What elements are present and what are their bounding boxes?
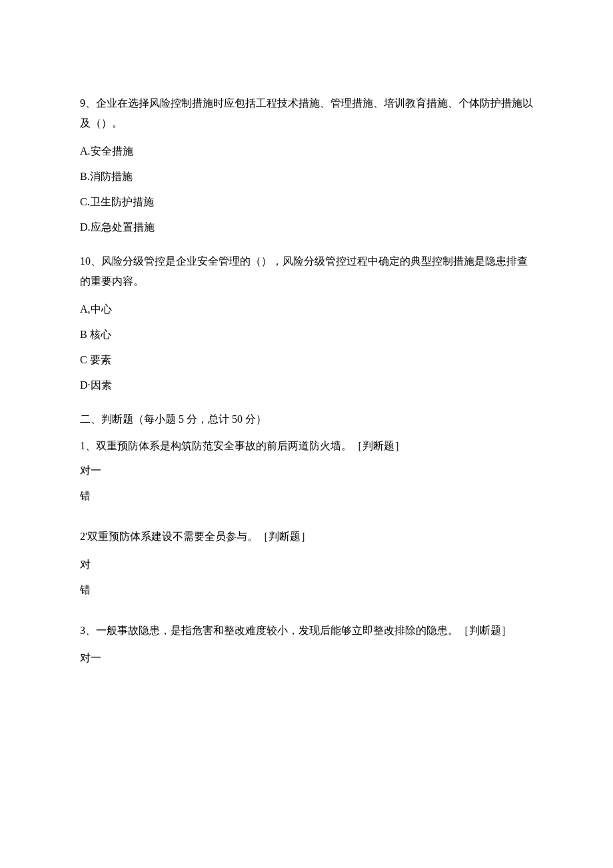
judge-3-text: 3、一般事故隐患，是指危害和整改难度较小，发现后能够立即整改排除的隐患。［判断题… [80,621,533,641]
question-9: 9、企业在选择风险控制措施时应包括工程技术措施、管理措施、培训教育措施、个体防护… [80,93,533,235]
judge-1-true: 对一 [80,463,533,479]
question-10-option-d: D·因素 [80,377,533,393]
judge-2-text: 2'双重预防体系建设不需要全员参与。［判断题］ [80,527,533,547]
judge-2-false: 错 [80,582,533,598]
question-9-option-d: D.应急处置措施 [80,219,533,235]
question-10-option-c: C 要素 [80,352,533,368]
question-9-option-c: C.卫生防护措施 [80,194,533,210]
question-9-option-b: B.消防措施 [80,169,533,185]
judge-2-true: 对 [80,557,533,573]
question-10-text: 10、风险分级管控是企业安全管理的（），风险分级管控过程中确定的典型控制措施是隐… [80,251,533,292]
question-9-option-a: A.安全措施 [80,143,533,159]
section-2-title: 二、判断题（每小题 5 分，总计 50 分） [80,409,533,429]
judge-3-true: 对一 [80,650,533,666]
question-10-option-b: B 核心 [80,327,533,343]
judge-1: 1、双重预防体系是构筑防范安全事故的前后两道防火墙。［判断题］ 对一 错 [80,436,533,504]
judge-3: 3、一般事故隐患，是指危害和整改难度较小，发现后能够立即整改排除的隐患。［判断题… [80,621,533,666]
judge-1-text: 1、双重预防体系是构筑防范安全事故的前后两道防火墙。［判断题］ [80,436,533,456]
question-9-text: 9、企业在选择风险控制措施时应包括工程技术措施、管理措施、培训教育措施、个体防护… [80,93,533,134]
judge-1-false: 错 [80,488,533,504]
question-10: 10、风险分级管控是企业安全管理的（），风险分级管控过程中确定的典型控制措施是隐… [80,251,533,393]
question-10-option-a: A,中心 [80,301,533,317]
judge-2: 2'双重预防体系建设不需要全员参与。［判断题］ 对 错 [80,527,533,597]
